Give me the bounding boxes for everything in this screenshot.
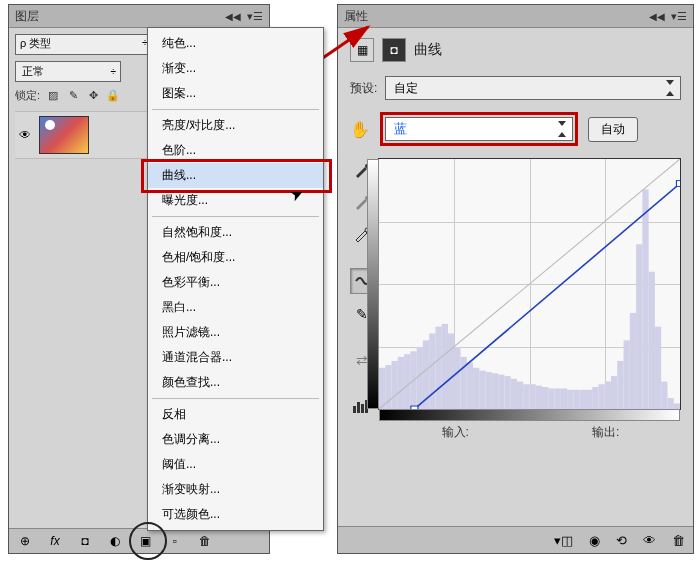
output-label: 输出: [592,425,619,439]
svg-rect-5 [357,402,360,413]
properties-tab[interactable]: 属性 [344,8,368,25]
menu-brightness[interactable]: 亮度/对比度... [148,113,323,138]
svg-rect-4 [353,406,356,413]
svg-rect-39 [573,390,579,409]
menu-gradient-map[interactable]: 渐变映射... [148,477,323,502]
svg-rect-48 [630,313,636,409]
preset-select[interactable]: 自定 [385,76,681,100]
svg-rect-20 [454,347,460,409]
collapse-icon[interactable]: ◀◀ [225,11,241,22]
svg-rect-45 [611,376,617,409]
svg-rect-43 [598,384,604,409]
adjustment-title: 曲线 [414,41,442,59]
trash-icon[interactable]: 🗑 [672,533,685,548]
svg-rect-29 [511,379,517,409]
svg-rect-25 [486,372,492,409]
auto-button[interactable]: 自动 [588,117,638,142]
mask-icon[interactable]: ◘ [382,38,406,62]
svg-rect-16 [429,334,435,409]
reset-icon[interactable]: ⟲ [616,533,627,548]
menu-gradient[interactable]: 渐变... [148,56,323,81]
svg-rect-31 [523,384,529,409]
svg-rect-50 [642,189,648,409]
svg-rect-18 [442,324,448,409]
svg-rect-44 [605,382,611,409]
svg-rect-52 [655,327,661,409]
svg-rect-36 [555,388,561,409]
svg-rect-27 [498,375,504,409]
svg-rect-33 [536,386,542,409]
menu-selective-color[interactable]: 可选颜色... [148,502,323,527]
preset-label: 预设: [350,80,377,97]
menu-photo-filter[interactable]: 照片滤镜... [148,320,323,345]
trash-icon[interactable]: 🗑 [195,531,215,551]
properties-panel-header: 属性 ◀◀ ▾☰ [338,5,693,28]
menu-solid-color[interactable]: 纯色... [148,31,323,56]
menu-bw[interactable]: 黑白... [148,295,323,320]
layers-tab[interactable]: 图层 [15,8,39,25]
menu-hue-sat[interactable]: 色相/饱和度... [148,245,323,270]
menu-vibrance[interactable]: 自然饱和度... [148,220,323,245]
toggle-visibility-icon[interactable]: 👁 [643,533,656,548]
svg-rect-34 [542,387,548,409]
target-adjust-icon[interactable]: ✋ [350,120,370,139]
svg-rect-49 [636,244,642,409]
svg-rect-55 [674,404,680,409]
annotation-circle [129,522,167,560]
properties-footer: ▾◫ ◉ ⟲ 👁 🗑 [338,526,693,553]
menu-color-lookup[interactable]: 颜色查找... [148,370,323,395]
svg-rect-42 [592,387,598,409]
panel-menu-icon[interactable]: ▾☰ [247,10,263,23]
new-layer-icon[interactable]: ▫ [165,531,185,551]
svg-rect-47 [624,340,630,409]
blend-mode-select[interactable]: 正常 [15,61,121,82]
svg-rect-19 [448,334,454,409]
clip-to-layer-icon[interactable]: ▾◫ [554,533,573,548]
svg-rect-53 [661,382,667,409]
panel-menu-icon[interactable]: ▾☰ [671,10,687,23]
layers-panel-header: 图层 ◀◀ ▾☰ [9,5,269,28]
svg-rect-54 [667,398,673,409]
input-label: 输入: [442,425,469,439]
visibility-eye-icon[interactable]: 👁 [17,127,33,143]
adjustment-icon[interactable]: ▦ [350,38,374,62]
menu-color-balance[interactable]: 色彩平衡... [148,270,323,295]
curves-graph[interactable] [378,158,681,410]
adjustment-layer-menu: 纯色... 渐变... 图案... 亮度/对比度... 色阶... 曲线... … [147,27,324,531]
lock-all-icon[interactable]: 🔒 [106,89,120,103]
annotation-red-box-channel: 蓝 [380,112,578,146]
layer-thumbnail[interactable] [39,116,89,154]
svg-rect-17 [435,327,441,409]
fx-icon[interactable]: fx [45,531,65,551]
menu-channel-mixer[interactable]: 通道混合器... [148,345,323,370]
menu-pattern[interactable]: 图案... [148,81,323,106]
adjustment-layer-icon[interactable]: ◐ [105,531,125,551]
svg-rect-46 [617,361,623,409]
svg-rect-11 [398,357,404,409]
svg-rect-51 [649,272,655,409]
lock-move-icon[interactable]: ✥ [86,89,100,103]
channel-select[interactable]: 蓝 [385,117,573,141]
collapse-icon[interactable]: ◀◀ [649,11,665,22]
link-icon[interactable]: ⊕ [15,531,35,551]
lock-transparent-icon[interactable]: ▨ [46,89,60,103]
menu-threshold[interactable]: 阈值... [148,452,323,477]
filter-type-select[interactable]: ρ 类型 ÷ [15,34,153,55]
properties-panel: 属性 ◀◀ ▾☰ ▦ ◘ 曲线 预设: 自定 ✋ 蓝 自动 [337,4,694,554]
svg-rect-10 [392,361,398,409]
view-previous-icon[interactable]: ◉ [589,533,600,548]
svg-rect-32 [530,384,536,409]
svg-rect-8 [379,368,385,409]
lock-label: 锁定: [15,88,40,103]
menu-posterize[interactable]: 色调分离... [148,427,323,452]
mask-icon[interactable]: ◘ [75,531,95,551]
menu-invert[interactable]: 反相 [148,402,323,427]
svg-rect-30 [517,382,523,409]
svg-rect-38 [567,390,573,409]
svg-rect-24 [479,371,485,409]
output-gradient [367,159,379,409]
menu-levels[interactable]: 色阶... [148,138,323,163]
svg-rect-26 [492,373,498,409]
svg-rect-23 [473,368,479,409]
lock-paint-icon[interactable]: ✎ [66,89,80,103]
